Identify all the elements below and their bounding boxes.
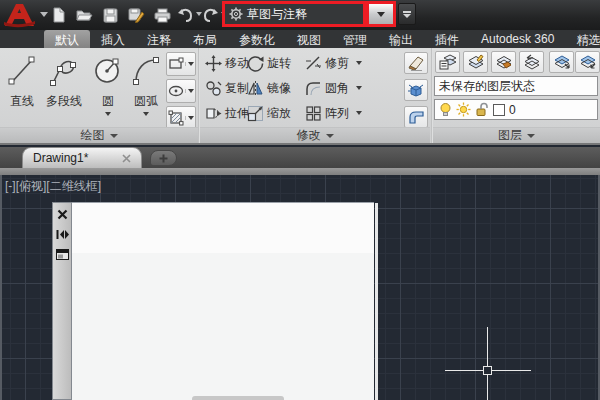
qat-customize-arrow-icon <box>403 14 411 18</box>
palette-properties-icon <box>56 249 69 260</box>
palette-body[interactable] <box>72 202 374 400</box>
qat-customize-icon <box>403 11 411 13</box>
polyline-icon <box>47 51 81 91</box>
crosshair-vertical <box>487 327 488 400</box>
palette-close-button[interactable] <box>55 207 69 221</box>
palette-header-area <box>72 203 374 253</box>
new-drawing-tab-button[interactable] <box>150 150 177 166</box>
array-button[interactable]: 阵列 <box>305 103 362 123</box>
plot-button[interactable] <box>150 4 174 26</box>
array-flyout-icon[interactable] <box>356 111 362 115</box>
circle-label: 圆 <box>102 93 114 110</box>
copy-button[interactable]: 复制 <box>205 78 249 98</box>
layer-previous-button[interactable] <box>519 51 544 73</box>
offset-icon <box>408 109 425 125</box>
layer-panel-expand-icon <box>527 134 535 138</box>
draw-panel-footer[interactable]: 绘图 <box>0 127 198 143</box>
polyline-button[interactable]: 多段线 <box>42 51 86 110</box>
circle-flyout-icon[interactable] <box>105 112 111 116</box>
ellipse-button[interactable] <box>166 79 196 103</box>
close-icon[interactable] <box>122 154 131 163</box>
arc-label: 圆弧 <box>134 93 158 110</box>
tab-annotate[interactable]: 注释 <box>136 30 182 48</box>
redo-button[interactable] <box>202 4 220 26</box>
ellipse-flyout-icon[interactable] <box>188 89 194 93</box>
color-swatch <box>493 104 505 116</box>
tab-plugins[interactable]: 插件 <box>424 30 470 48</box>
mirror-label: 镜像 <box>267 80 291 97</box>
move-button[interactable]: 移动 <box>205 53 249 73</box>
layer-unisolate-button[interactable] <box>575 51 600 73</box>
drawing-tab[interactable]: Drawing1* <box>22 147 142 168</box>
rectangle-flyout-icon[interactable] <box>188 62 194 66</box>
arc-flyout-icon[interactable] <box>143 112 149 116</box>
autocad-logo-icon <box>2 2 36 28</box>
tab-parametric[interactable]: 参数化 <box>228 30 286 48</box>
array-label: 阵列 <box>325 105 349 122</box>
trim-button[interactable]: 修剪 <box>305 53 362 73</box>
fillet-flyout-icon[interactable] <box>356 86 362 90</box>
fillet-button[interactable]: 圆角 <box>305 78 362 98</box>
open-file-button[interactable] <box>72 4 96 26</box>
line-button[interactable]: 直线 <box>2 51 42 110</box>
ribbon: 直线 多段线 圆 圆弧 <box>0 48 600 145</box>
viewport-controls[interactable]: [-][俯视][二维线框] <box>5 178 101 195</box>
circle-button[interactable]: 圆 <box>88 51 128 116</box>
tab-layout[interactable]: 布局 <box>182 30 228 48</box>
tab-insert[interactable]: 插入 <box>90 30 136 48</box>
layer-match-icon <box>495 54 513 70</box>
layer-isolate-button[interactable] <box>549 51 574 73</box>
modify-panel-footer[interactable]: 修改 <box>200 127 430 143</box>
palette-bottom-scrollbar[interactable] <box>192 396 284 400</box>
erase-icon <box>408 55 425 71</box>
new-file-button[interactable] <box>46 4 70 26</box>
hatch-flyout-icon[interactable] <box>188 116 194 120</box>
palette-scrollbar[interactable] <box>375 203 378 400</box>
layer-panel-footer[interactable]: 图层 <box>433 127 600 143</box>
layer-previous-icon <box>523 54 541 70</box>
move-icon <box>205 55 222 72</box>
ribbon-tab-bar: 默认 插入 注释 布局 参数化 视图 管理 输出 插件 Autodesk 360… <box>0 30 600 48</box>
make-current-button[interactable] <box>463 51 488 73</box>
stretch-button[interactable]: 拉伸 <box>205 103 249 123</box>
explode-button[interactable] <box>404 79 428 101</box>
workspace-value[interactable]: 草图与注释 <box>247 6 307 23</box>
layer-match-button[interactable] <box>491 51 516 73</box>
tab-output[interactable]: 输出 <box>378 30 424 48</box>
arc-icon <box>129 51 163 91</box>
scale-button[interactable]: 缩放 <box>247 103 291 123</box>
palette-autohide-button[interactable] <box>55 227 69 241</box>
workspace-dropdown-arrow-icon[interactable] <box>377 12 385 17</box>
app-menu-button[interactable] <box>2 0 42 29</box>
palette-title-bar[interactable] <box>52 202 72 400</box>
tab-view[interactable]: 视图 <box>286 30 332 48</box>
trim-flyout-icon[interactable] <box>356 61 362 65</box>
rotate-button[interactable]: 旋转 <box>247 53 291 73</box>
layer-properties-icon <box>439 54 457 70</box>
pickbox-cursor <box>483 366 492 375</box>
save-as-button[interactable] <box>124 4 148 26</box>
line-label: 直线 <box>10 93 34 110</box>
rotate-label: 旋转 <box>267 55 291 72</box>
trim-icon <box>305 55 322 72</box>
make-current-icon <box>467 54 485 70</box>
move-label: 移动 <box>225 55 249 72</box>
layer-properties-button[interactable] <box>435 51 460 73</box>
layer-state-dropdown[interactable]: 未保存的图层状态 <box>434 76 598 96</box>
palette-properties-button[interactable] <box>55 247 69 261</box>
layer-state-value: 未保存的图层状态 <box>439 78 535 95</box>
tab-featured-apps[interactable]: 精选应用 <box>565 30 600 48</box>
layer-dropdown[interactable]: 0 <box>434 99 598 120</box>
rectangle-button[interactable] <box>166 52 196 76</box>
qat-customize-button[interactable] <box>398 3 416 25</box>
erase-button[interactable] <box>404 52 428 74</box>
tab-default[interactable]: 默认 <box>44 30 90 48</box>
mirror-button[interactable]: 镜像 <box>247 78 291 98</box>
tab-autodesk360[interactable]: Autodesk 360 <box>470 30 565 48</box>
save-button[interactable] <box>98 4 122 26</box>
tab-manage[interactable]: 管理 <box>332 30 378 48</box>
titlebar: 草图与注释 <box>0 0 600 30</box>
arc-button[interactable]: 圆弧 <box>126 51 166 116</box>
undo-button[interactable] <box>176 4 194 26</box>
offset-button[interactable] <box>404 106 428 128</box>
